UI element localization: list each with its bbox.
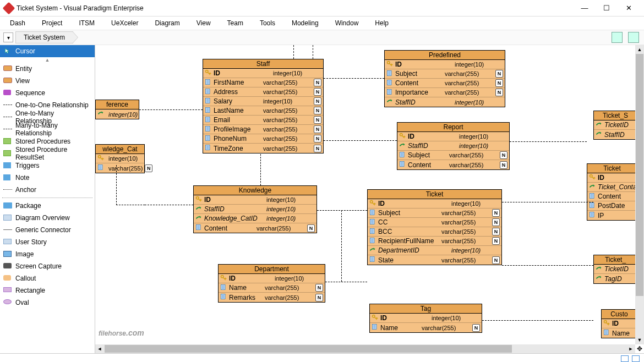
entity-column[interactable]: BCCvarchar(255)N xyxy=(368,227,501,237)
relationship-line[interactable] xyxy=(341,210,342,282)
entity-column[interactable]: Name xyxy=(602,328,637,338)
breadcrumb-item[interactable]: Ticket System xyxy=(15,31,73,43)
entity-column[interactable]: varchar(255)N xyxy=(96,163,144,173)
entity-column[interactable]: Subjectvarchar(255)N xyxy=(368,209,501,218)
entity-column[interactable]: Statevarchar(255)N xyxy=(368,255,501,265)
palette-diagram-overview[interactable]: Diagram Overview xyxy=(0,212,95,224)
entity-department[interactable]: DepartmentIDinteger(10)Namevarchar(255)N… xyxy=(218,264,325,303)
relationship-line[interactable] xyxy=(325,282,367,282)
entity-column[interactable]: FirstNamevarchar(255)N xyxy=(203,78,323,87)
entity-tag[interactable]: TagIDinteger(10)Namevarchar(255)N xyxy=(369,304,482,333)
entity-column[interactable]: StaffIDinteger(10) xyxy=(397,141,509,151)
entity-column[interactable]: ID xyxy=(602,319,637,328)
entity-column[interactable]: Emailvarchar(255)N xyxy=(203,116,323,125)
relationship-line[interactable] xyxy=(145,205,193,205)
entity-column[interactable]: integer(10) xyxy=(96,154,144,163)
palette-oval[interactable]: Oval xyxy=(0,297,95,309)
pan-icon[interactable]: ✥ xyxy=(635,344,644,353)
entity-column[interactable]: Remarksvarchar(255)N xyxy=(219,293,325,302)
breadcrumb-dropdown-button[interactable]: ▾ xyxy=(3,32,13,42)
palette-callout[interactable]: Callout xyxy=(0,272,95,284)
entity-kcat[interactable]: wledge_Catinteger(10)varchar(255)N xyxy=(95,144,145,173)
entity-column[interactable]: IDinteger(10) xyxy=(368,199,501,209)
entity-column[interactable]: TicketID xyxy=(594,120,637,130)
entity-predefined[interactable]: PredefinedIDinteger(10)Subjectvarchar(25… xyxy=(384,50,505,107)
menu-itsm[interactable]: ITSM xyxy=(79,19,95,27)
entity-staff[interactable]: StaffIDinteger(10)FirstNamevarchar(255)N… xyxy=(203,59,324,153)
entity-column[interactable]: IDinteger(10) xyxy=(397,132,509,141)
horizontal-scrollbar[interactable]: ◄► xyxy=(95,344,635,353)
palette-rectangle[interactable]: Rectangle xyxy=(0,284,95,297)
panel-icon[interactable] xyxy=(628,32,639,43)
entity-column[interactable]: RecipientFullNamevarchar(255)N xyxy=(368,237,501,246)
entity-column[interactable]: StaffID xyxy=(594,130,637,139)
entity-column[interactable]: ID xyxy=(587,173,637,183)
relationship-line[interactable] xyxy=(317,210,367,211)
collapse-arrow-icon[interactable]: ▲ xyxy=(0,57,95,63)
relationship-line[interactable] xyxy=(293,45,294,59)
entity-column[interactable]: IP xyxy=(587,211,637,220)
entity-column[interactable]: CCvarchar(255)N xyxy=(368,218,501,227)
entity-column[interactable]: Importancevarchar(255)N xyxy=(385,88,505,97)
palette-view[interactable]: View xyxy=(0,75,95,87)
palette-sequence[interactable]: Sequence xyxy=(0,87,95,99)
entity-column[interactable]: IDinteger(10) xyxy=(219,274,325,283)
palette-triggers[interactable]: Triggers xyxy=(0,160,95,172)
relationship-line[interactable] xyxy=(502,202,593,202)
entity-report[interactable]: ReportIDinteger(10)StaffIDinteger(10)Sub… xyxy=(397,122,510,170)
entity-column[interactable]: StaffIDinteger(10) xyxy=(385,97,505,107)
menu-modeling[interactable]: Modeling xyxy=(292,19,319,27)
entity-ticket_s[interactable]: Ticket_STicketIDStaffID xyxy=(593,111,637,140)
entity-column[interactable]: Namevarchar(255)N xyxy=(219,283,325,293)
palette-entity[interactable]: Entity xyxy=(0,63,95,75)
entity-column[interactable]: IDinteger(10) xyxy=(194,195,316,205)
entity-column[interactable]: TagID xyxy=(594,274,637,283)
relationship-line[interactable] xyxy=(139,109,203,110)
entity-column[interactable]: IDinteger(10) xyxy=(203,69,323,78)
palette-stored-procedure-resultset[interactable]: Stored Procedure ResultSet xyxy=(0,147,95,160)
entity-column[interactable]: PostDate xyxy=(587,201,637,211)
maximize-button[interactable]: ☐ xyxy=(596,1,618,16)
menu-project[interactable]: Project xyxy=(42,19,62,27)
entity-ference[interactable]: ferenceinteger(10) xyxy=(95,100,139,119)
entity-column[interactable]: Ticket_Containe xyxy=(587,183,637,192)
menu-diagram[interactable]: Diagram xyxy=(155,19,179,27)
palette-anchor[interactable]: Anchor xyxy=(0,184,95,196)
relationship-line[interactable] xyxy=(116,165,117,205)
menu-view[interactable]: View xyxy=(197,19,211,27)
entity-ticket[interactable]: TicketIDinteger(10)Subjectvarchar(255)NC… xyxy=(367,189,502,265)
relationship-line[interactable] xyxy=(324,78,384,79)
menu-dash[interactable]: Dash xyxy=(10,19,25,27)
entity-column[interactable]: TicketID xyxy=(594,265,637,274)
entity-column[interactable]: Subjectvarchar(255)N xyxy=(397,151,509,160)
palette-generic-connector[interactable]: Generic Connector xyxy=(0,224,95,236)
entity-column[interactable]: LastNamevarchar(255)N xyxy=(203,106,323,116)
entity-column[interactable]: integer(10) xyxy=(96,109,139,119)
entity-column[interactable]: IDinteger(10) xyxy=(370,314,482,323)
layout-icon[interactable] xyxy=(612,32,623,43)
relationship-line[interactable] xyxy=(502,265,593,266)
entity-custo[interactable]: CustoIDName xyxy=(601,309,637,338)
menu-team[interactable]: Team xyxy=(227,19,243,27)
vertical-scrollbar[interactable]: ▲▼ xyxy=(635,45,644,344)
entity-column[interactable]: Subjectvarchar(255)N xyxy=(385,69,505,79)
menu-window[interactable]: Window xyxy=(335,19,359,27)
entity-column[interactable]: Knowledge_CatIDinteger(10) xyxy=(194,214,316,223)
palette-note[interactable]: Note xyxy=(0,172,95,184)
palette-screen-capture[interactable]: Screen Capture xyxy=(0,260,95,272)
entity-column[interactable]: StaffIDinteger(10) xyxy=(194,205,316,214)
menu-help[interactable]: Help xyxy=(375,19,389,27)
relationship-line[interactable] xyxy=(510,141,587,142)
menu-tools[interactable]: Tools xyxy=(260,19,275,27)
entity-column[interactable]: IDinteger(10) xyxy=(385,60,505,69)
minimize-button[interactable]: — xyxy=(574,1,596,16)
relationship-line[interactable] xyxy=(324,140,397,141)
message-icon[interactable] xyxy=(632,355,640,362)
close-button[interactable]: ✕ xyxy=(618,1,640,16)
entity-column[interactable]: PhoneNumvarchar(255)N xyxy=(203,134,323,144)
relationship-line[interactable] xyxy=(116,205,145,205)
relationship-line[interactable] xyxy=(482,320,593,321)
diagram-canvas[interactable]: StaffIDinteger(10)FirstNamevarchar(255)N… xyxy=(95,45,644,353)
entity-ticket_c[interactable]: TicketIDTicket_ContaineContentPostDateIP xyxy=(587,163,637,221)
entity-column[interactable]: DepartmentIDinteger(10) xyxy=(368,246,501,255)
